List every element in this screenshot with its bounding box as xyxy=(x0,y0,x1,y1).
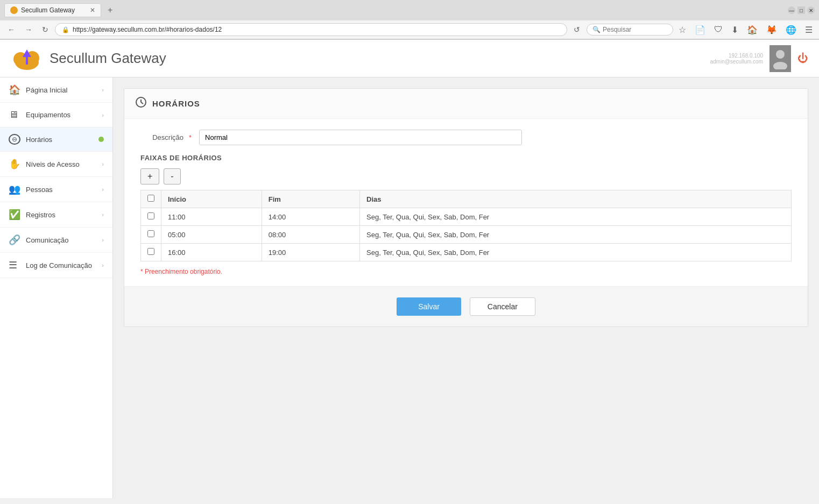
add-row-button[interactable]: + xyxy=(140,168,159,184)
address-bar[interactable]: 🔒 xyxy=(55,23,567,36)
page-header: HORÁRIOS xyxy=(124,89,808,119)
tab-close-button[interactable]: ✕ xyxy=(90,6,95,14)
col-dias: Dias xyxy=(360,190,792,208)
search-icon: 🔍 xyxy=(592,26,601,33)
sidebar-item-registros[interactable]: ✅ Registros › xyxy=(0,202,112,228)
power-button[interactable]: ⏻ xyxy=(797,52,808,65)
user-avatar xyxy=(769,45,791,72)
search-bar[interactable]: 🔍 xyxy=(587,24,673,36)
user-ip: 192.168.0.100 xyxy=(710,53,763,59)
star-icon[interactable]: ☆ xyxy=(676,24,688,36)
chevron-icon: › xyxy=(102,112,104,118)
svg-point-2 xyxy=(13,9,17,12)
chevron-icon: › xyxy=(102,237,104,243)
browser-tab[interactable]: Secullum Gateway ✕ xyxy=(4,3,101,17)
chevron-icon: › xyxy=(102,186,104,193)
browser-toolbar-icons: ☆ 📄 🛡 ⬇ 🏠 🦊 🌐 ☰ xyxy=(676,24,815,36)
globe-icon[interactable]: 🌐 xyxy=(783,24,799,36)
search-input[interactable] xyxy=(603,26,667,33)
remove-row-button[interactable]: - xyxy=(164,168,180,184)
table-row: 11:00 14:00 Seg, Ter, Qua, Qui, Sex, Sab… xyxy=(141,208,792,226)
sidebar-item-comunicacao[interactable]: 🔗 Comunicação › xyxy=(0,228,112,253)
header-right: 192.168.0.100 admin@secullum.com ⏻ xyxy=(710,45,808,72)
sidebar-item-horarios[interactable]: ⊖ Horários xyxy=(0,127,112,152)
window-controls: — □ ✕ xyxy=(788,6,815,14)
cell-inicio: 16:00 xyxy=(161,244,262,261)
home-icon[interactable]: 🏠 xyxy=(745,24,760,36)
log-icon: ☰ xyxy=(9,259,20,271)
horarios-table: Início Fim Dias 11:00 14:00 Seg, Ter, Qu… xyxy=(140,190,792,261)
reader-icon[interactable]: 📄 xyxy=(693,24,708,36)
cell-dias: Seg, Ter, Qua, Qui, Sex, Sab, Dom, Fer xyxy=(360,244,792,261)
browser-titlebar: Secullum Gateway ✕ + — □ ✕ xyxy=(0,0,819,20)
svg-point-9 xyxy=(773,62,787,69)
niveis-icon: ✋ xyxy=(9,158,20,170)
tab-favicon xyxy=(10,6,18,14)
sidebar-label: Níveis de Acesso xyxy=(26,160,96,168)
sidebar-item-equipamentos[interactable]: 🖥 Equipamentos › xyxy=(0,103,112,127)
menu-icon[interactable]: ☰ xyxy=(803,24,815,36)
home-icon: 🏠 xyxy=(9,84,20,96)
table-row: 16:00 19:00 Seg, Ter, Qua, Qui, Sex, Sab… xyxy=(141,244,792,261)
cancel-button[interactable]: Cancelar xyxy=(470,297,535,316)
sidebar-label: Pessoas xyxy=(26,186,96,194)
comunicacao-icon: 🔗 xyxy=(9,234,20,246)
cell-inicio: 05:00 xyxy=(161,226,262,244)
minimize-button[interactable]: — xyxy=(788,6,795,14)
chevron-icon: › xyxy=(102,161,104,167)
pessoas-icon: 👥 xyxy=(9,183,20,195)
download-icon[interactable]: ⬇ xyxy=(729,24,740,36)
clock-icon xyxy=(135,96,147,111)
cell-fim: 14:00 xyxy=(262,208,359,226)
table-header-row: Início Fim Dias xyxy=(141,190,792,208)
forward-button[interactable]: → xyxy=(22,23,36,36)
row-checkbox-2[interactable] xyxy=(147,248,154,255)
refresh-button[interactable]: ↻ xyxy=(39,23,52,36)
sidebar-label: Equipamentos xyxy=(26,111,96,119)
reload-button[interactable]: ↺ xyxy=(570,23,583,36)
col-fim: Fim xyxy=(262,190,359,208)
description-label: Descrição xyxy=(140,133,183,141)
action-area: Salvar Cancelar xyxy=(124,286,808,326)
shield-icon[interactable]: 🛡 xyxy=(712,24,725,36)
sidebar-label: Log de Comunicação xyxy=(26,261,96,269)
save-button[interactable]: Salvar xyxy=(397,297,461,316)
maximize-button[interactable]: □ xyxy=(797,6,805,14)
user-info: 192.168.0.100 admin@secullum.com xyxy=(710,53,763,65)
row-checkbox-0[interactable] xyxy=(147,212,154,219)
section-faixas-title: FAIXAS DE HORÁRIOS xyxy=(140,154,792,162)
required-note: * Preenchimento obrigatório. xyxy=(140,268,792,275)
row-checkbox-cell xyxy=(141,226,161,244)
firefox-icon[interactable]: 🦊 xyxy=(764,24,779,36)
svg-point-8 xyxy=(776,50,785,59)
sidebar-label: Página Inicial xyxy=(26,86,96,94)
equipamentos-icon: 🖥 xyxy=(9,109,20,120)
back-button[interactable]: ← xyxy=(4,23,18,36)
sidebar-item-pagina-inicial[interactable]: 🏠 Página Inicial › xyxy=(0,77,112,103)
cell-dias: Seg, Ter, Qua, Qui, Sex, Sab, Dom, Fer xyxy=(360,226,792,244)
user-name: admin@secullum.com xyxy=(710,59,763,65)
sidebar-item-pessoas[interactable]: 👥 Pessoas › xyxy=(0,177,112,202)
sidebar-item-niveis-acesso[interactable]: ✋ Níveis de Acesso › xyxy=(0,152,112,177)
horarios-icon: ⊖ xyxy=(9,134,20,145)
table-row: 05:00 08:00 Seg, Ter, Qua, Qui, Sex, Sab… xyxy=(141,226,792,244)
description-row: Descrição * xyxy=(140,130,792,145)
active-dot xyxy=(98,137,104,142)
new-tab-button[interactable]: + xyxy=(103,3,117,17)
sidebar-label: Horários xyxy=(26,136,93,144)
sidebar: 🏠 Página Inicial › 🖥 Equipamentos › ⊖ Ho… xyxy=(0,77,113,498)
close-button[interactable]: ✕ xyxy=(807,6,815,14)
cell-dias: Seg, Ter, Qua, Qui, Sex, Sab, Dom, Fer xyxy=(360,208,792,226)
select-all-checkbox[interactable] xyxy=(147,195,154,202)
secure-icon: 🔒 xyxy=(62,26,69,33)
row-checkbox-1[interactable] xyxy=(147,230,154,237)
browser-chrome: Secullum Gateway ✕ + — □ ✕ ← → ↻ 🔒 ↺ 🔍 ☆… xyxy=(0,0,819,40)
row-checkbox-cell xyxy=(141,208,161,226)
description-input[interactable] xyxy=(199,130,522,145)
sidebar-item-log-comunicacao[interactable]: ☰ Log de Comunicação › xyxy=(0,253,112,278)
footer: © Copyright ☀ Secullum Softwares. Todos … xyxy=(0,498,819,504)
url-input[interactable] xyxy=(73,26,560,33)
chevron-icon: › xyxy=(102,211,104,218)
cell-inicio: 11:00 xyxy=(161,208,262,226)
chevron-icon: › xyxy=(102,87,104,93)
